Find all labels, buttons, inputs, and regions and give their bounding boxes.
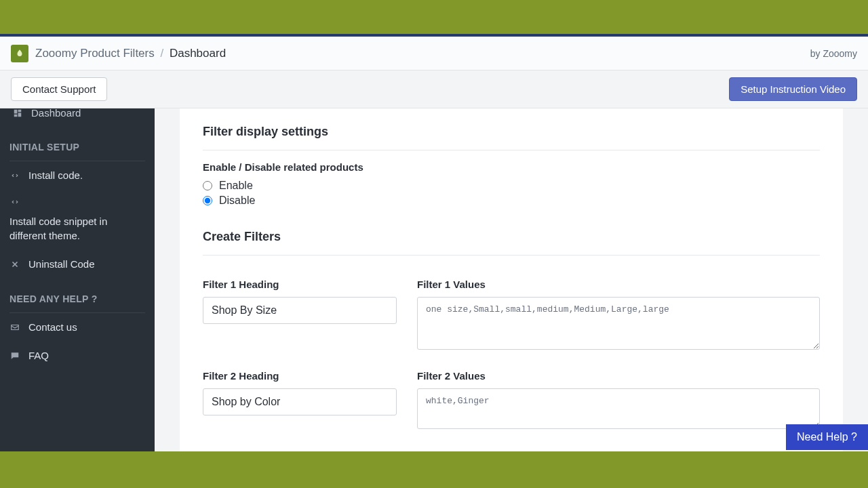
sidebar-item-faq[interactable]: FAQ — [0, 342, 155, 370]
sidebar-section-initial: INITIAL SETUP — [0, 127, 155, 161]
filter2-heading-label: Filter 2 Heading — [203, 370, 397, 382]
radio-enable[interactable]: Enable — [203, 180, 820, 192]
sidebar-item-label: Dashboard — [31, 108, 81, 119]
filter2-heading-input[interactable] — [203, 388, 397, 415]
radio-disable-label: Disable — [219, 195, 255, 207]
contact-support-button[interactable]: Contact Support — [11, 77, 107, 101]
app-frame: Zooomy Product Filters / Dashboard by Zo… — [0, 37, 868, 451]
breadcrumb-current: Dashboard — [170, 47, 226, 60]
content-wrap: Filter display settings Enable / Disable… — [155, 108, 868, 451]
filter1-heading-label: Filter 1 Heading — [203, 279, 397, 290]
sidebar-item-dashboard[interactable]: Dashboard — [0, 108, 155, 127]
olive-banner-top — [0, 0, 868, 34]
filter2-values-textarea[interactable] — [417, 388, 820, 429]
olive-banner-bottom — [0, 451, 868, 488]
need-help-button[interactable]: Need Help ? — [786, 424, 868, 450]
sidebar-item-label: Install code snippet in different theme. — [9, 215, 145, 243]
sidebar-item-install-code[interactable]: Install code. — [0, 161, 155, 190]
filter-display-heading: Filter display settings — [203, 125, 820, 139]
code-icon — [9, 171, 20, 180]
sidebar-item-install-snippet[interactable]: Install code snippet in different theme. — [0, 190, 155, 250]
header-bar: Zooomy Product Filters / Dashboard by Zo… — [0, 37, 868, 70]
filter1-values-label: Filter 1 Values — [417, 279, 820, 290]
filter-2-row: Filter 2 Heading Filter 2 Values — [203, 370, 820, 432]
divider — [203, 150, 820, 150]
breadcrumb-separator: / — [160, 47, 163, 60]
code-icon — [9, 197, 20, 207]
sidebar-item-label: Install code. — [28, 169, 83, 182]
radio-disable-input[interactable] — [203, 196, 212, 205]
toolbar: Contact Support Setup Instruction Video — [0, 70, 868, 108]
sidebar-section-help: NEED ANY HELP ? — [0, 279, 155, 312]
radio-disable[interactable]: Disable — [203, 195, 820, 207]
sidebar-item-contact-us[interactable]: Contact us — [0, 313, 155, 342]
chat-icon — [9, 351, 20, 361]
create-filters-heading: Create Filters — [203, 230, 820, 244]
leaf-icon — [15, 49, 24, 58]
enable-disable-label: Enable / Disable related products — [203, 161, 820, 173]
filter1-heading-input[interactable] — [203, 297, 397, 324]
close-icon — [9, 260, 20, 269]
filter2-values-label: Filter 2 Values — [417, 370, 820, 382]
by-label: by Zooomy — [810, 48, 857, 59]
sidebar: Dashboard INITIAL SETUP Install code. In… — [0, 108, 155, 451]
setup-video-button[interactable]: Setup Instruction Video — [729, 77, 857, 101]
radio-enable-label: Enable — [219, 180, 253, 192]
sidebar-item-uninstall[interactable]: Uninstall Code — [0, 250, 155, 279]
radio-enable-input[interactable] — [203, 181, 212, 190]
breadcrumb-app[interactable]: Zooomy Product Filters — [35, 47, 155, 60]
filter1-values-textarea[interactable] — [417, 297, 820, 350]
dashboard-icon — [12, 108, 23, 118]
settings-card: Filter display settings Enable / Disable… — [180, 108, 843, 451]
app-logo — [11, 45, 28, 62]
body-row: Dashboard INITIAL SETUP Install code. In… — [0, 108, 868, 451]
filter-1-row: Filter 1 Heading Filter 1 Values — [203, 279, 820, 352]
mail-icon — [9, 323, 20, 332]
breadcrumb: Zooomy Product Filters / Dashboard — [35, 47, 226, 60]
sidebar-item-label: FAQ — [28, 349, 49, 363]
sidebar-item-label: Uninstall Code — [28, 258, 95, 271]
divider — [203, 255, 820, 256]
header-left: Zooomy Product Filters / Dashboard — [11, 45, 226, 62]
sidebar-item-label: Contact us — [28, 321, 77, 334]
